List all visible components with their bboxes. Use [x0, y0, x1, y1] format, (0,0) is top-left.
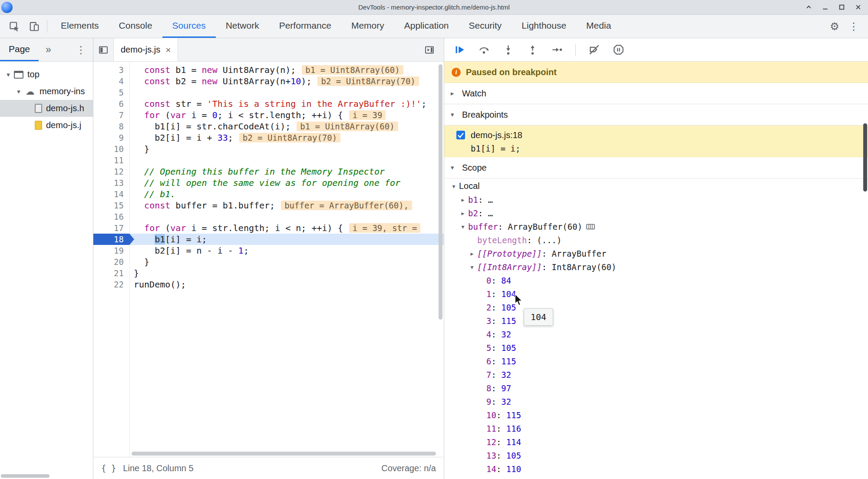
toggle-navigator-icon[interactable] [93, 38, 113, 61]
pause-on-exceptions-icon[interactable] [613, 44, 624, 56]
code-line-8[interactable]: b1[i] = str.charCodeAt(i);b1 = Uint8Arra… [130, 121, 444, 132]
line-number-8[interactable]: 8 [93, 121, 129, 132]
toggle-debugger-sidebar-icon[interactable] [419, 45, 439, 55]
code-line-9[interactable]: b2[i] = i + 33;b2 = Uint8Array(70) [130, 132, 444, 143]
line-number-18[interactable]: 18 [93, 234, 129, 245]
line-number-14[interactable]: 14 [93, 188, 129, 200]
scope-row-prototype[interactable]: ▸[[Prototype]]: ArrayBuffer [444, 247, 868, 260]
scope-row-b2[interactable]: ▸b2: … [444, 206, 868, 220]
breakpoints-section-header[interactable]: ▾ Breakpoints [444, 104, 868, 126]
collapse-triangle-icon[interactable]: ▾ [451, 164, 458, 172]
code-line-7[interactable]: for (var i = 0; i < str.length; ++i) {i … [130, 109, 444, 121]
debugger-vertical-scrollbar[interactable] [863, 123, 867, 192]
tab-lighthouse[interactable]: Lighthouse [512, 15, 576, 38]
device-toolbar-icon[interactable] [27, 19, 42, 34]
collapse-triangle-icon[interactable]: ▾ [3, 71, 14, 79]
scope-row-6[interactable]: 6: 115 [444, 354, 868, 368]
line-number-17[interactable]: 17 [93, 222, 129, 234]
navigator-tab-page[interactable]: Page [0, 38, 39, 61]
scope-row-10[interactable]: 10: 115 [444, 408, 868, 422]
tab-performance[interactable]: Performance [269, 15, 341, 38]
tab-security[interactable]: Security [459, 15, 512, 38]
resume-script-icon[interactable] [454, 44, 465, 56]
collapse-triangle-icon[interactable]: ▾ [13, 88, 24, 96]
code-line-5[interactable] [130, 87, 444, 98]
code-line-22[interactable]: runDemo(); [130, 279, 444, 290]
code-line-18[interactable]: b1[i] = i; [130, 234, 444, 245]
line-number-15[interactable]: 15 [93, 200, 129, 211]
code-line-12[interactable]: // Opening this buffer in the Memory Ins… [130, 166, 444, 177]
expand-triangle-icon[interactable]: ▸ [458, 196, 468, 203]
pretty-print-icon[interactable]: { } [93, 463, 123, 473]
code-line-14[interactable]: // b1. [130, 188, 444, 200]
more-tabs-icon[interactable]: » [46, 44, 51, 56]
watch-section-header[interactable]: ▸ Watch [444, 83, 868, 104]
inspect-element-icon[interactable] [7, 19, 22, 34]
scope-row-2[interactable]: 2: 105 [444, 301, 868, 314]
editor-horizontal-scrollbar[interactable] [132, 452, 436, 456]
collapse-triangle-icon[interactable]: ▾ [449, 183, 459, 190]
line-number-19[interactable]: 19 [93, 245, 129, 256]
scope-row-b1[interactable]: ▸b1: … [444, 193, 868, 206]
code-line-16[interactable] [130, 211, 444, 222]
scope-row-9[interactable]: 9: 32 [444, 395, 868, 408]
deactivate-breakpoints-icon[interactable] [588, 44, 600, 56]
line-number-20[interactable]: 20 [93, 256, 129, 268]
line-number-21[interactable]: 21 [93, 268, 129, 279]
code-line-19[interactable]: b2[i] = n - i - 1; [130, 245, 444, 256]
memory-inspector-icon[interactable] [586, 223, 595, 230]
line-number-12[interactable]: 12 [93, 166, 129, 177]
tab-application[interactable]: Application [394, 15, 459, 38]
nav-item-demo-js-j[interactable]: demo-js.j [0, 117, 93, 134]
scope-row-1[interactable]: 1: 104 [444, 287, 868, 301]
scope-row-8[interactable]: 8: 97 [444, 381, 868, 395]
expand-triangle-icon[interactable]: ▸ [451, 89, 458, 97]
step-into-icon[interactable] [502, 44, 514, 56]
expand-triangle-icon[interactable]: ▸ [458, 210, 468, 217]
scope-section-header[interactable]: ▾ Scope [444, 157, 868, 178]
minimize-icon[interactable] [820, 3, 830, 12]
line-number-9[interactable]: 9 [93, 132, 129, 143]
tab-sources[interactable]: Sources [162, 15, 216, 38]
nav-item-memory-ins[interactable]: ▾☁memory-ins [0, 83, 93, 100]
code-line-6[interactable]: const str = 'This is a string in the Arr… [130, 98, 444, 109]
navigator-kebab-menu-icon[interactable]: ⋮ [76, 44, 86, 56]
scope-row-14[interactable]: 14: 110 [444, 462, 868, 476]
breakpoint-entry[interactable]: demo-js.js:18 b1[i] = i; [444, 126, 868, 157]
maximize-icon[interactable] [837, 3, 846, 12]
scope-row-7[interactable]: 7: 32 [444, 368, 868, 381]
code-line-11[interactable] [130, 155, 444, 166]
code-line-10[interactable]: } [130, 143, 444, 155]
code-line-4[interactable]: const b2 = new Uint8Array(n+10);b2 = Uin… [130, 76, 444, 87]
step-over-icon[interactable] [478, 44, 490, 56]
code-line-17[interactable]: for (var i = str.length; i < n; ++i) {i … [130, 222, 444, 234]
code-line-15[interactable]: const buffer = b1.buffer;buffer = ArrayB… [130, 200, 444, 211]
line-number-7[interactable]: 7 [93, 109, 129, 121]
code-line-3[interactable]: const b1 = new Uint8Array(n);b1 = Uint8A… [130, 64, 444, 76]
tab-console[interactable]: Console [109, 15, 162, 38]
scope-row-bytelength[interactable]: byteLength: (...) [444, 233, 868, 247]
tab-network[interactable]: Network [216, 15, 269, 38]
scope-row-4[interactable]: 4: 32 [444, 327, 868, 341]
scope-row-12[interactable]: 12: 114 [444, 435, 868, 449]
scope-row-3[interactable]: 3: 115 [444, 314, 868, 327]
nav-item-top[interactable]: ▾top [0, 66, 93, 83]
line-number-3[interactable]: 3 [93, 64, 129, 76]
collapse-triangle-icon[interactable]: ▾ [467, 264, 477, 271]
scope-row-0[interactable]: 0: 84 [444, 274, 868, 287]
code-line-21[interactable]: } [130, 268, 444, 279]
scope-row-11[interactable]: 11: 116 [444, 422, 868, 435]
step-icon[interactable] [551, 44, 563, 56]
navigator-horizontal-scrollbar[interactable] [1, 474, 50, 478]
tab-memory[interactable]: Memory [341, 15, 394, 38]
scope-row-buffer[interactable]: ▾buffer: ArrayBuffer(60) [444, 220, 868, 233]
close-icon[interactable] [853, 3, 863, 12]
line-number-5[interactable]: 5 [93, 87, 129, 98]
collapse-triangle-icon[interactable]: ▾ [458, 223, 468, 230]
scope-row-local[interactable]: ▾Local [444, 179, 868, 193]
tab-media[interactable]: Media [576, 15, 621, 38]
line-number-4[interactable]: 4 [93, 76, 129, 87]
tab-elements[interactable]: Elements [51, 15, 109, 38]
editor-vertical-scrollbar[interactable] [439, 64, 442, 320]
chevron-up-icon[interactable] [804, 3, 813, 12]
